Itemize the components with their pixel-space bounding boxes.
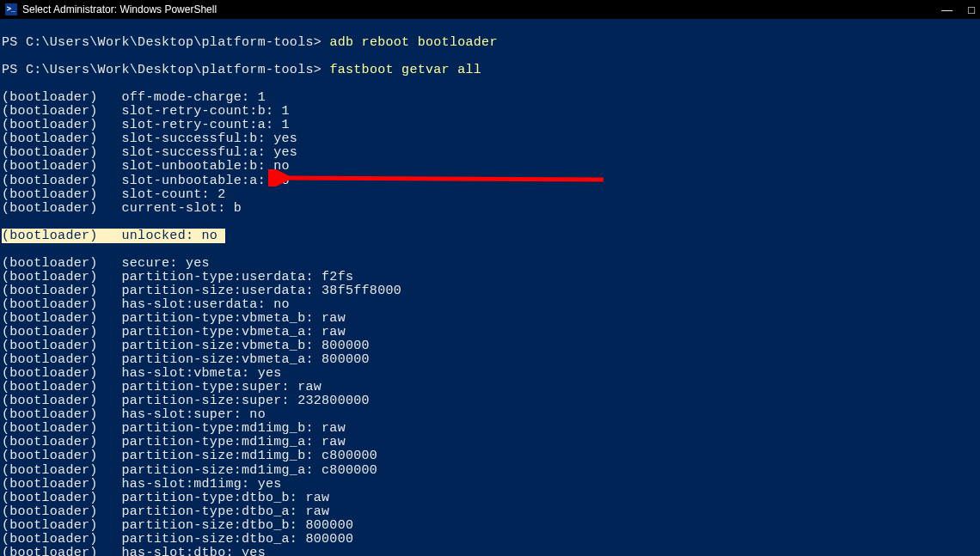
powershell-icon: >_: [5, 3, 17, 15]
prompt-1-command: adb reboot bootloader: [329, 35, 497, 50]
output-line: (bootloader) secure: yes: [2, 257, 980, 271]
output-line: (bootloader) partition-size:md1img_a: c8…: [2, 464, 980, 478]
titlebar[interactable]: >_ Select Administrator: Windows PowerSh…: [0, 0, 980, 19]
output-line: (bootloader) partition-type:md1img_b: ra…: [2, 422, 980, 436]
svg-line-1: [280, 178, 603, 180]
output-line: (bootloader) slot-successful:a: yes: [2, 146, 980, 160]
output-line: (bootloader) partition-type:super: raw: [2, 381, 980, 394]
maximize-button[interactable]: □: [968, 4, 975, 15]
terminal-output[interactable]: PS C:\Users\Work\Desktop\platform-tools>…: [0, 19, 980, 556]
output-line: (bootloader) has-slot:userdata: no: [2, 298, 980, 312]
prompt-1-prefix: PS C:\Users\Work\Desktop\platform-tools>: [2, 35, 329, 50]
output-line: (bootloader) current-slot: b: [2, 202, 980, 216]
titlebar-controls: — □: [941, 4, 975, 15]
prompt-2-command: fastboot getvar all: [329, 63, 481, 77]
arrow-annotation-icon: [268, 169, 612, 186]
output-line: (bootloader) slot-successful:b: yes: [2, 132, 980, 146]
output-line: (bootloader) partition-size:userdata: 38…: [2, 284, 980, 298]
output-line: (bootloader) partition-type:vbmeta_a: ra…: [2, 326, 980, 339]
output-line: (bootloader) partition-type:md1img_a: ra…: [2, 436, 980, 449]
output-line: (bootloader) partition-size:dtbo_b: 8000…: [2, 519, 980, 533]
unlocked-highlight: (bootloader) unlocked: no: [2, 229, 225, 243]
output-line: (bootloader) slot-retry-count:a: 1: [2, 119, 980, 132]
output-line: (bootloader) has-slot:md1img: yes: [2, 478, 980, 492]
output-line: (bootloader) has-slot:super: no: [2, 408, 980, 422]
output-line: (bootloader) partition-size:vbmeta_a: 80…: [2, 353, 980, 367]
output-line: (bootloader) partition-type:userdata: f2…: [2, 271, 980, 284]
output-line: (bootloader) partition-type:dtbo_a: raw: [2, 505, 980, 519]
output-line: (bootloader) has-slot:vbmeta: yes: [2, 367, 980, 381]
output-line: (bootloader) partition-size:dtbo_a: 8000…: [2, 533, 980, 547]
prompt-2-prefix: PS C:\Users\Work\Desktop\platform-tools>: [2, 63, 329, 77]
output-line: (bootloader) slot-retry-count:b: 1: [2, 105, 980, 119]
prompt-line-2: PS C:\Users\Work\Desktop\platform-tools>…: [2, 64, 980, 77]
output-line: (bootloader) off-mode-charge: 1: [2, 91, 980, 105]
output-line: (bootloader) partition-size:md1img_b: c8…: [2, 449, 980, 463]
minimize-button[interactable]: —: [941, 4, 952, 15]
titlebar-left: >_ Select Administrator: Windows PowerSh…: [5, 3, 217, 15]
output-line: (bootloader) has-slot:dtbo: yes: [2, 547, 980, 556]
highlighted-line: (bootloader) unlocked: no: [2, 229, 980, 243]
window-title: Select Administrator: Windows PowerShell: [22, 4, 217, 15]
prompt-line-1: PS C:\Users\Work\Desktop\platform-tools>…: [2, 36, 980, 50]
output-line: (bootloader) partition-size:super: 23280…: [2, 394, 980, 408]
output-line: (bootloader) slot-count: 2: [2, 188, 980, 202]
output-line: (bootloader) partition-type:vbmeta_b: ra…: [2, 312, 980, 326]
output-line: (bootloader) partition-type:dtbo_b: raw: [2, 492, 980, 505]
output-line: (bootloader) partition-size:vbmeta_b: 80…: [2, 339, 980, 353]
